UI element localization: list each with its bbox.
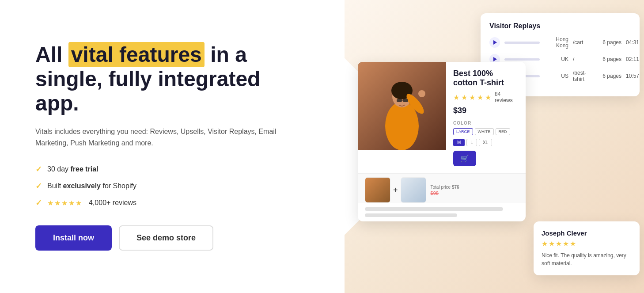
total-price-value: $76 [452,185,459,190]
play-triangle-1 [493,40,497,45]
progress-line-2 [365,213,457,217]
check-icon-exclusive: ✓ [35,181,42,191]
size-chip-m[interactable]: M [453,139,465,146]
bundle-image-1 [365,178,390,202]
cta-buttons: Install now See demo store [35,225,309,251]
headline-prefix: All [35,43,68,66]
product-review-count: 84 reviews [495,91,519,103]
reviewer-stars: ★ ★ ★ ★ ★ [542,240,632,248]
replay-page-2: / [573,56,597,62]
subheadline: Vitals includes everything you need: Rev… [35,126,292,148]
right-panel: Visitor Replays Hong Kong /cart 6 pages … [345,0,644,293]
feature-trial: ✓ 30 day free trial [35,164,309,174]
product-stars: ★ ★ ★ ★ ★ 84 reviews [453,91,519,103]
color-label: COLOR [453,121,519,126]
feature-reviews-label: 4,000+ reviews [89,199,136,207]
check-icon-trial: ✓ [35,164,42,174]
svg-point-6 [418,90,425,97]
total-price-label: Total price $76 [431,185,459,190]
bundle-pricing: Total price $76 $98 [431,185,459,196]
headline: All vital features in a single, fully in… [35,42,309,116]
replay-location-3: US [544,73,568,79]
size-chip-l[interactable]: L [466,139,477,146]
replay-page-1: /cart [573,39,597,46]
product-card: Best 100% cotton T-shirt ★ ★ ★ ★ ★ 84 re… [358,62,526,221]
review-text: Nice fit. The quality is amazing, very s… [542,251,632,267]
size-options: M L XL [453,139,519,146]
product-main: Best 100% cotton T-shirt ★ ★ ★ ★ ★ 84 re… [446,62,526,173]
replay-progress-2 [504,58,540,61]
check-icon-reviews: ✓ [35,198,42,208]
upsell-bundle: + Total price $76 $98 [358,173,526,203]
replay-location-1: Hong Kong [544,36,568,49]
color-chip-large[interactable]: LARGE [453,128,473,135]
bundle-image-2 [401,178,426,202]
features-list: ✓ 30 day free trial ✓ Built exclusively … [35,164,309,208]
feature-reviews: ✓ ★ ★ ★ ★ ★ 84 reviews 4,000+ reviews [35,198,309,208]
color-options: LARGE WHITE RED [453,128,519,135]
size-chip-xl[interactable]: XL [479,139,492,146]
install-button[interactable]: Install now [35,225,112,251]
play-triangle-2 [493,57,497,61]
demo-button[interactable]: See demo store [119,225,213,251]
replay-row-1: Hong Kong /cart 6 pages 04:31 [489,36,631,49]
feature-exclusive: ✓ Built exclusively for Shopify [35,181,309,191]
feature-stars: ★ ★ ★ ★ ★ [47,199,82,207]
original-price: $98 [431,190,459,196]
replay-page-3: /best-tshirt [573,70,597,82]
product-price: $39 [453,106,519,115]
replay-time-2: 02:11 [626,56,639,62]
feature-trial-text: 30 day free trial [47,165,98,173]
left-panel: All vital features in a single, fully in… [0,0,345,293]
color-chip-red[interactable]: RED [496,128,510,135]
svg-rect-8 [403,99,408,102]
reviewer-name: Joseph Clever [542,229,632,237]
product-layout: Best 100% cotton T-shirt ★ ★ ★ ★ ★ 84 re… [358,62,526,173]
bundle-thumb-2 [401,177,426,203]
replay-location-2: UK [544,56,568,62]
replay-progress-1 [504,42,540,44]
product-image [358,62,446,150]
replay-time-3: 10:57 [626,73,639,79]
svg-point-2 [385,102,419,150]
progress-lines [358,203,526,221]
bundle-thumb-1 [365,177,390,203]
play-button-1[interactable] [489,37,500,48]
product-title: Best 100% cotton T-shirt [453,69,519,88]
color-chip-white[interactable]: WHITE [475,128,494,135]
replays-title: Visitor Replays [489,22,631,30]
plus-icon: + [393,186,398,195]
replay-pages-1: 6 pages [602,39,621,46]
add-to-cart-button[interactable]: 🛒 [453,151,476,166]
replay-pages-3: 6 pages [602,73,621,79]
progress-line-1 [365,207,503,211]
replay-time-1: 04:31 [626,39,639,46]
feature-exclusive-text: Built exclusively for Shopify [47,182,136,190]
replay-pages-2: 6 pages [602,56,621,62]
svg-rect-7 [397,99,402,102]
review-card: Joseph Clever ★ ★ ★ ★ ★ Nice fit. The qu… [534,221,640,275]
left-content: All vital features in a single, fully in… [35,42,309,251]
headline-highlight: vital features [68,42,205,67]
